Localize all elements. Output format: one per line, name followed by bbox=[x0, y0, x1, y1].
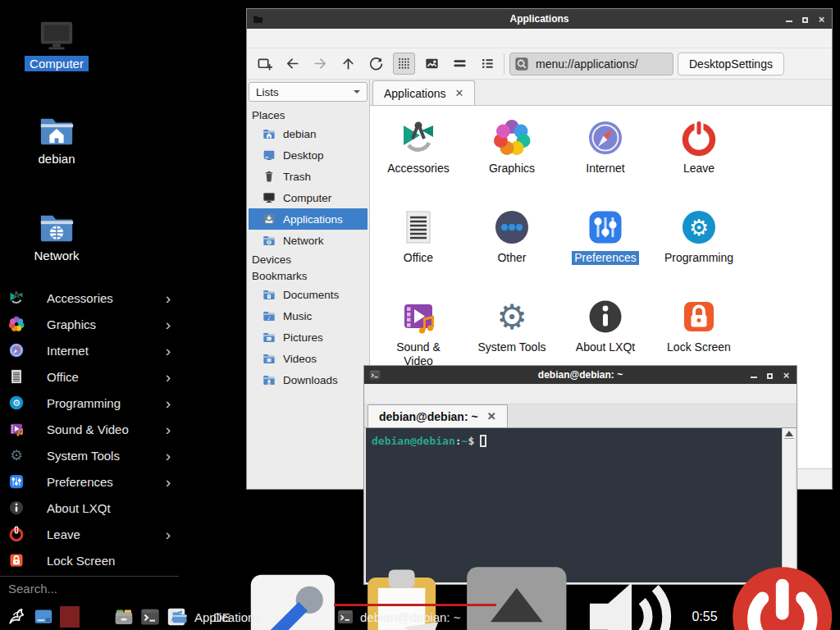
folder-documents-icon bbox=[262, 288, 276, 301]
sidebar-row[interactable]: ♪ Music bbox=[249, 305, 368, 326]
show-desktop-button[interactable] bbox=[34, 607, 53, 627]
workspace-switcher[interactable] bbox=[60, 606, 80, 628]
fm-menu-item[interactable] bbox=[326, 37, 340, 40]
fm-toolbar-button[interactable] bbox=[309, 52, 331, 75]
desktop-settings-button[interactable]: DesktopSettings bbox=[678, 52, 784, 75]
trash-icon bbox=[262, 170, 276, 183]
sidebar-row[interactable]: Computer bbox=[249, 187, 368, 208]
tray-icon[interactable] bbox=[577, 564, 682, 630]
desktop-icon[interactable]: debian bbox=[14, 112, 99, 167]
sidebar-row[interactable]: Downloads bbox=[249, 369, 368, 390]
desktop-icon[interactable]: Computer bbox=[14, 16, 99, 71]
sidebar-row[interactable]: Documents bbox=[249, 284, 368, 305]
fm-toolbar-button[interactable] bbox=[421, 52, 443, 75]
fm-menu-item[interactable] bbox=[311, 37, 326, 40]
tab-close-icon[interactable]: ✕ bbox=[487, 410, 496, 422]
sidebar-row[interactable]: Trash bbox=[249, 166, 368, 187]
app-grid-item[interactable]: ⚙ Programming bbox=[652, 202, 746, 291]
sidebar-row[interactable]: Videos bbox=[249, 348, 368, 369]
scroll-up-icon[interactable] bbox=[784, 431, 794, 439]
fm-toolbar-button[interactable] bbox=[477, 52, 499, 75]
fm-titlebar[interactable]: Applications bbox=[247, 9, 832, 29]
terminal-tabbar: debian@debian: ~ ✕ bbox=[364, 404, 797, 428]
desktop-icon[interactable]: Network bbox=[14, 208, 99, 263]
minimize-button[interactable] bbox=[783, 13, 794, 25]
terminal-menu-item[interactable] bbox=[386, 392, 402, 395]
terminal-menu-item[interactable] bbox=[435, 392, 451, 395]
path-bar[interactable]: menu://applications/ bbox=[509, 52, 673, 75]
sidebar-row[interactable]: Pictures bbox=[249, 326, 368, 348]
volume-icon bbox=[577, 564, 682, 630]
terminal-titlebar[interactable]: debian@debian: ~ bbox=[364, 366, 797, 384]
tab-close-icon[interactable]: ✕ bbox=[455, 87, 464, 99]
fm-menu-item[interactable] bbox=[252, 37, 267, 40]
start-menu-search-input[interactable] bbox=[3, 579, 176, 598]
app-grid-item[interactable]: Preferences bbox=[559, 202, 652, 291]
close-button[interactable] bbox=[816, 13, 827, 25]
computer-icon bbox=[38, 16, 75, 54]
sidebar-mode-select[interactable]: Lists bbox=[249, 82, 368, 102]
power-button[interactable] bbox=[728, 563, 836, 630]
terminal-tab[interactable]: debian@debian: ~ ✕ bbox=[368, 404, 508, 427]
taskbar-task[interactable]: debian@debian: ~ bbox=[334, 604, 496, 630]
terminal-menu-item[interactable] bbox=[418, 392, 435, 395]
fm-tab[interactable]: Applications ✕ bbox=[372, 80, 475, 105]
quicklaunch-button[interactable] bbox=[114, 607, 134, 627]
fm-menu-item[interactable] bbox=[267, 37, 281, 40]
programming-icon: ⚙ bbox=[679, 208, 719, 247]
fm-toolbar-button[interactable] bbox=[449, 52, 471, 75]
app-grid-item[interactable]: Other bbox=[465, 202, 559, 291]
start-menu-item[interactable]: About LXQt bbox=[0, 495, 179, 521]
start-menu-item[interactable]: ⚙ Programming › bbox=[0, 390, 179, 416]
files-app-icon bbox=[114, 607, 134, 627]
taskbar-task[interactable]: Applications bbox=[168, 604, 331, 630]
fm-toolbar-button[interactable] bbox=[337, 52, 359, 75]
sidebar-row[interactable]: Network bbox=[249, 230, 368, 251]
app-grid-item[interactable]: Leave bbox=[652, 112, 746, 202]
terminal-menu-item[interactable] bbox=[369, 392, 386, 395]
toolbar-separator bbox=[504, 53, 504, 75]
app-grid-item[interactable]: Graphics bbox=[465, 112, 559, 202]
terminal-menu-item[interactable] bbox=[402, 392, 418, 395]
other-icon bbox=[492, 208, 532, 247]
start-menu-item[interactable]: Graphics › bbox=[0, 311, 179, 337]
svg-text:♪: ♪ bbox=[267, 315, 271, 321]
start-menu-button[interactable] bbox=[5, 605, 28, 628]
start-menu-item[interactable]: Sound & Video › bbox=[0, 416, 179, 442]
terminal-output[interactable]: debian@debian:~$ bbox=[366, 428, 782, 582]
start-menu-item[interactable]: Accessories › bbox=[0, 285, 179, 311]
start-menu-item[interactable]: Office › bbox=[0, 363, 179, 390]
maximize-button[interactable] bbox=[765, 369, 775, 381]
minimize-button[interactable] bbox=[748, 369, 759, 381]
terminal-scrollbar[interactable] bbox=[782, 428, 795, 582]
fm-toolbar-button[interactable] bbox=[365, 52, 387, 75]
fm-window-title: Applications bbox=[247, 13, 832, 25]
sidebar-row[interactable]: Applications bbox=[249, 208, 368, 230]
folder-network-icon bbox=[38, 208, 75, 246]
app-grid-item[interactable]: Accessories bbox=[372, 112, 465, 202]
fm-toolbar-button[interactable] bbox=[393, 52, 415, 75]
sidebar-row[interactable]: Places bbox=[249, 107, 368, 123]
sidebar-row[interactable]: Bookmarks bbox=[249, 267, 368, 284]
submenu-arrow-icon: › bbox=[166, 317, 171, 332]
fm-menu-item[interactable] bbox=[281, 37, 296, 40]
sidebar-row[interactable]: debian bbox=[249, 123, 368, 144]
app-grid-item[interactable]: Internet bbox=[559, 112, 652, 202]
start-menu-item[interactable]: ⚙ System Tools › bbox=[0, 442, 179, 468]
start-menu-item[interactable]: Preferences › bbox=[0, 468, 179, 495]
start-menu-item[interactable]: Internet › bbox=[0, 337, 179, 363]
sidebar-row[interactable]: Desktop bbox=[249, 144, 368, 166]
app-grid-item[interactable]: Office bbox=[372, 202, 465, 291]
fm-menu-item[interactable] bbox=[296, 37, 311, 40]
fm-toolbar-button[interactable] bbox=[281, 52, 304, 75]
quicklaunch-button[interactable] bbox=[140, 607, 160, 627]
start-menu-item[interactable]: Lock Screen bbox=[0, 547, 179, 573]
maximize-button[interactable] bbox=[800, 13, 810, 25]
clock[interactable]: 0:55 bbox=[692, 609, 717, 624]
sidebar-row[interactable]: Devices bbox=[249, 251, 368, 267]
close-button[interactable] bbox=[781, 369, 792, 381]
workspace-switcher[interactable] bbox=[83, 606, 103, 628]
fm-toolbar-button[interactable] bbox=[253, 52, 276, 75]
fm-menu-item[interactable] bbox=[340, 37, 355, 40]
start-menu-item[interactable]: Leave › bbox=[0, 521, 179, 547]
